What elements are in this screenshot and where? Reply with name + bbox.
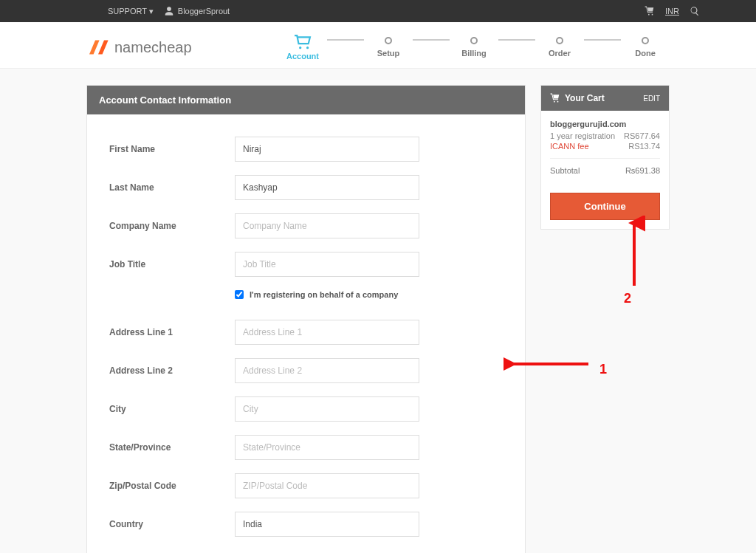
logo-text: namecheap: [114, 39, 192, 56]
step-billing: Billing: [450, 37, 498, 58]
address1-input[interactable]: [235, 320, 419, 345]
top-nav: namecheap Account Setup Billing Order Do…: [0, 22, 756, 69]
label-country: Country: [109, 519, 235, 529]
cart-edit-link[interactable]: EDIT: [643, 95, 660, 103]
address2-input[interactable]: [235, 358, 419, 383]
cart-subtotal-price: Rs691.38: [625, 166, 660, 175]
step-setup: Setup: [364, 37, 413, 58]
support-link[interactable]: SUPPORT ▾: [108, 7, 154, 16]
label-company-name: Company Name: [109, 221, 235, 231]
user-icon: [164, 6, 174, 16]
label-address1: Address Line 1: [109, 327, 235, 337]
cart-step-icon: [292, 34, 313, 50]
cart-domain: bloggergurujid.com: [550, 120, 660, 128]
company-checkbox-label: I'm registering on behalf of a company: [250, 290, 398, 299]
logo[interactable]: namecheap: [86, 35, 192, 59]
svg-point-1: [652, 14, 653, 16]
search-icon[interactable]: [690, 6, 700, 16]
cart-subtotal-label: Subtotal: [550, 166, 580, 175]
label-last-name: Last Name: [109, 182, 235, 193]
label-first-name: First Name: [109, 144, 235, 154]
label-job-title: Job Title: [109, 259, 235, 269]
svg-point-0: [648, 14, 650, 16]
svg-point-2: [299, 47, 301, 49]
caret-down-icon: ▾: [149, 7, 154, 16]
step-order: Order: [535, 37, 584, 58]
label-address2: Address Line 2: [109, 365, 235, 376]
progress-steps: Account Setup Billing Order Done: [278, 34, 670, 61]
cart-reg-label: 1 year registration: [550, 131, 615, 140]
svg-point-4: [554, 101, 555, 103]
svg-point-3: [306, 47, 309, 49]
step-done: Done: [621, 37, 670, 58]
cart-icann-price: RS13.74: [628, 142, 660, 151]
state-input[interactable]: [235, 435, 419, 460]
logo-icon: [86, 35, 110, 59]
section-title: Account Contact Information: [87, 86, 525, 114]
first-name-input[interactable]: [235, 137, 419, 162]
step-label: Account: [286, 52, 319, 61]
last-name-input[interactable]: [235, 175, 419, 200]
job-title-input[interactable]: [235, 252, 419, 277]
cart-icon: [550, 93, 560, 103]
cart-title: Your Cart: [565, 93, 605, 103]
svg-point-5: [557, 101, 559, 103]
main-panel: Account Contact Information First Name L…: [86, 85, 526, 553]
company-checkbox[interactable]: [235, 290, 244, 299]
city-input[interactable]: [235, 396, 419, 422]
label-city: City: [109, 404, 235, 414]
label-zip: Zip/Postal Code: [109, 481, 235, 491]
top-bar: SUPPORT ▾ BloggerSprout INR: [0, 0, 756, 22]
label-state: State/Province: [109, 442, 235, 453]
company-name-input[interactable]: [235, 213, 419, 238]
currency-selector[interactable]: INR: [665, 7, 679, 16]
cart-icon[interactable]: [645, 6, 655, 16]
country-select[interactable]: India: [235, 512, 419, 537]
cart-reg-price: RS677.64: [624, 131, 660, 140]
user-menu[interactable]: BloggerSprout: [164, 6, 230, 16]
zip-input[interactable]: [235, 473, 419, 498]
cart-icann-label: ICANN fee: [550, 142, 589, 151]
cart-box: Your Cart EDIT bloggergurujid.com 1 year…: [540, 85, 670, 230]
step-account: Account: [278, 34, 327, 61]
continue-button[interactable]: Continue: [550, 193, 660, 220]
